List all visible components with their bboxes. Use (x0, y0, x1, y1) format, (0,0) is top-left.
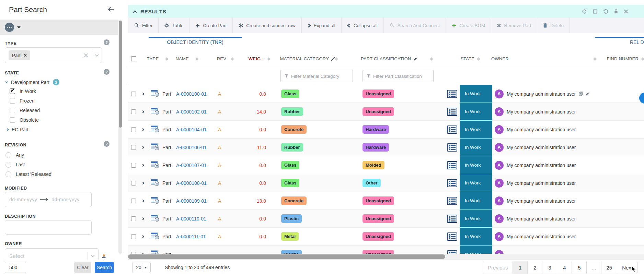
radio-button[interactable] (5, 171, 11, 177)
max-results-input[interactable]: 500 (5, 262, 26, 273)
collapse-panel-arrow-icon[interactable] (108, 7, 114, 13)
toolbar-button[interactable]: Create and connect row (233, 18, 301, 33)
restore-window-icon[interactable] (593, 9, 597, 14)
copy-icon[interactable] (579, 92, 583, 96)
collapse-group-icon[interactable] (5, 80, 8, 83)
part-classification-filter-input[interactable]: Filter Part Classification (363, 70, 434, 82)
toolbar-button[interactable]: Search And Connect (384, 18, 446, 33)
details-icon[interactable] (447, 250, 457, 254)
details-icon[interactable] (447, 232, 457, 241)
date-to-input[interactable]: dd-mm-yyyy (51, 197, 79, 202)
panel-scrollbar[interactable] (118, 20, 122, 254)
scrollbar-thumb[interactable] (119, 21, 122, 128)
details-icon[interactable] (447, 143, 457, 152)
material-category-filter-input[interactable]: Filter Material Category (280, 70, 353, 82)
expand-row-icon[interactable] (141, 128, 144, 131)
row-checkbox[interactable] (131, 181, 136, 186)
pagination-item[interactable]: Previous (483, 261, 513, 274)
col-state[interactable]: STATE (457, 56, 474, 61)
scrollbar-thumb[interactable] (128, 254, 445, 259)
table-row[interactable]: Part A-0000111-01 A 0.0 Metal Unassigned… (128, 228, 644, 246)
col-rev[interactable]: REV (217, 56, 226, 61)
col-material-category[interactable]: MATERIAL CATEGORY (280, 56, 329, 61)
state-filter-option[interactable]: Released (10, 106, 111, 115)
checkbox[interactable] (10, 88, 15, 94)
owner-dropdown-icon[interactable] (91, 253, 94, 257)
more-actions-caret-icon[interactable] (17, 26, 21, 28)
sort-icon[interactable] (335, 57, 338, 61)
row-checkbox[interactable] (131, 163, 136, 168)
sort-icon[interactable] (430, 57, 433, 61)
part-name-link[interactable]: A-0000108-01 (176, 180, 207, 186)
sort-icon[interactable] (165, 57, 168, 61)
pagination-item[interactable]: 5 (572, 261, 586, 274)
expand-group-icon[interactable] (6, 128, 9, 131)
table-row[interactable]: Part A-0000108-01 A 0.0 Glass Other In W… (128, 174, 644, 192)
description-input[interactable] (5, 220, 92, 235)
row-checkbox[interactable] (131, 127, 136, 132)
toolbar-button[interactable]: Create BOM (446, 18, 491, 33)
refresh-icon[interactable] (582, 9, 587, 14)
table-row[interactable]: Part A-0000100-01 A 0.0 Glass Unassigned… (128, 85, 644, 103)
more-actions-button[interactable] (5, 23, 14, 32)
pick-user-icon[interactable] (102, 254, 106, 260)
state-group-ec-part[interactable]: EC Part (6, 127, 28, 132)
toolbar-button[interactable]: Expand all (302, 18, 342, 33)
details-icon[interactable] (447, 108, 457, 116)
revision-option[interactable]: Last (5, 160, 111, 169)
table-row[interactable]: Part A-0000104-01 A 0.0 Concrete Hardwar… (128, 121, 644, 139)
part-name-link[interactable]: A-0000111-01 (176, 234, 206, 239)
part-name-link[interactable]: A-0000100-01 (176, 91, 207, 97)
details-icon[interactable] (447, 161, 457, 169)
pagination-item[interactable]: 2 (527, 261, 542, 274)
state-filter-option[interactable]: Obsolete (10, 115, 111, 125)
checkbox[interactable] (10, 98, 15, 104)
pagination-item[interactable]: 3 (542, 261, 557, 274)
details-icon[interactable] (447, 197, 457, 205)
row-checkbox[interactable] (131, 145, 136, 150)
date-from-input[interactable]: dd-mm-yyyy (9, 197, 37, 202)
row-checkbox[interactable] (131, 216, 136, 221)
part-name-link[interactable]: A-0000109-01 (176, 198, 207, 204)
table-row[interactable]: Part Plastic Unassigned In Work A (128, 246, 644, 254)
state-filter-option[interactable]: Frozen (10, 96, 111, 106)
sort-icon[interactable] (196, 57, 198, 61)
checkbox[interactable] (10, 108, 15, 113)
col-part-classification[interactable]: PART CLASSIFICATION (361, 56, 411, 61)
part-name-link[interactable]: A-0000107-01 (176, 163, 207, 168)
page-size-select[interactable]: 20 (132, 262, 151, 273)
table-row[interactable]: Part A-0000102-01 A 14.0 Rubber Unassign… (128, 103, 644, 121)
state-group-development-part[interactable]: Development Part 1 (5, 79, 59, 85)
details-icon[interactable] (447, 179, 457, 187)
lock-icon[interactable] (614, 9, 618, 14)
row-checkbox[interactable] (131, 92, 136, 96)
expand-row-icon[interactable] (141, 146, 144, 148)
col-find-number[interactable]: FIND NUMBER (607, 56, 639, 61)
part-name-link[interactable]: A-0000106-01 (176, 145, 207, 150)
part-name-link[interactable]: A-0000104-01 (176, 127, 207, 132)
revision-option[interactable]: Any (5, 150, 111, 160)
expand-row-icon[interactable] (141, 92, 144, 95)
expand-row-icon[interactable] (141, 217, 144, 220)
sort-icon[interactable] (594, 57, 596, 61)
type-chip[interactable]: Part (9, 50, 30, 60)
details-icon[interactable] (447, 125, 457, 134)
radio-button[interactable] (5, 162, 11, 168)
checkbox[interactable] (10, 117, 15, 123)
collapse-results-icon[interactable] (133, 10, 137, 14)
details-icon[interactable] (447, 215, 457, 223)
pagination-item[interactable]: ... (586, 261, 601, 274)
pagination-item[interactable]: 1 (513, 261, 527, 274)
modified-date-range[interactable]: dd-mm-yyyy dd-mm-yyyy (5, 192, 92, 207)
type-combobox[interactable]: Part (5, 47, 102, 63)
expand-row-icon[interactable] (141, 199, 144, 202)
details-icon[interactable] (447, 90, 457, 98)
toolbar-button[interactable]: Create Part (189, 18, 233, 33)
type-help-icon[interactable] (104, 39, 110, 45)
col-name[interactable]: NAME (175, 56, 188, 61)
row-checkbox[interactable] (131, 199, 136, 203)
row-checkbox[interactable] (131, 109, 136, 114)
radio-button[interactable] (5, 152, 11, 158)
part-name-link[interactable]: A-0000110-01 (176, 216, 206, 222)
revision-option[interactable]: Latest 'Released' (5, 169, 111, 179)
